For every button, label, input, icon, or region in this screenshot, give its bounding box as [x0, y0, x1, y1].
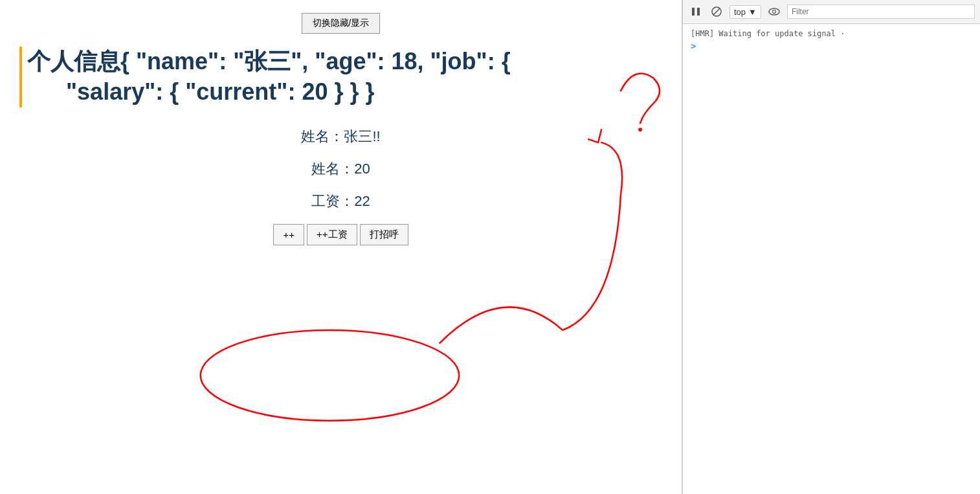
eye-icon-button[interactable]	[766, 4, 782, 19]
increment-button[interactable]: ++	[273, 224, 304, 245]
console-line-1: [HMR] Waiting for update signal ·	[691, 29, 972, 38]
toggle-button-container: 切换隐藏/显示	[19, 13, 662, 34]
heading-json1: { "name": "张三", "age": 18, "job": {	[120, 48, 511, 74]
context-label: top	[734, 7, 746, 17]
age-display: 姓名：20	[19, 159, 662, 179]
svg-point-0	[201, 330, 460, 421]
devtools-panel: top ▼ [HMR] Waiting for update signal · …	[682, 0, 980, 494]
block-icon-button[interactable]	[709, 4, 724, 19]
play-button[interactable]	[688, 4, 704, 19]
increment-salary-button[interactable]: ++工资	[307, 224, 357, 245]
console-prompt[interactable]: >	[691, 41, 972, 51]
salary-display: 工资：22	[19, 192, 662, 211]
svg-rect-2	[692, 8, 695, 16]
svg-point-6	[769, 8, 779, 15]
svg-line-5	[713, 8, 720, 15]
action-button-group: ++ ++工资 打招呼	[19, 224, 662, 245]
personal-info-heading: 个人信息{ "name": "张三", "age": 18, "job": { …	[19, 47, 662, 107]
main-content: 切换隐藏/显示 个人信息{ "name": "张三", "age": 18, "…	[0, 0, 682, 494]
name-display: 姓名：张三!!	[19, 127, 662, 146]
context-selector[interactable]: top ▼	[729, 5, 761, 19]
svg-point-7	[772, 10, 775, 14]
heading-json2: "salary": { "current": 20 } } }	[66, 78, 374, 105]
svg-rect-3	[697, 8, 700, 16]
greet-button[interactable]: 打招呼	[360, 224, 408, 245]
heading-line1: 个人信息	[27, 48, 120, 74]
console-filter-input[interactable]	[787, 5, 975, 19]
devtools-console: [HMR] Waiting for update signal · >	[683, 24, 980, 494]
devtools-toolbar: top ▼	[683, 0, 980, 24]
dropdown-arrow-icon: ▼	[748, 7, 757, 17]
toggle-visibility-button[interactable]: 切换隐藏/显示	[302, 13, 381, 34]
